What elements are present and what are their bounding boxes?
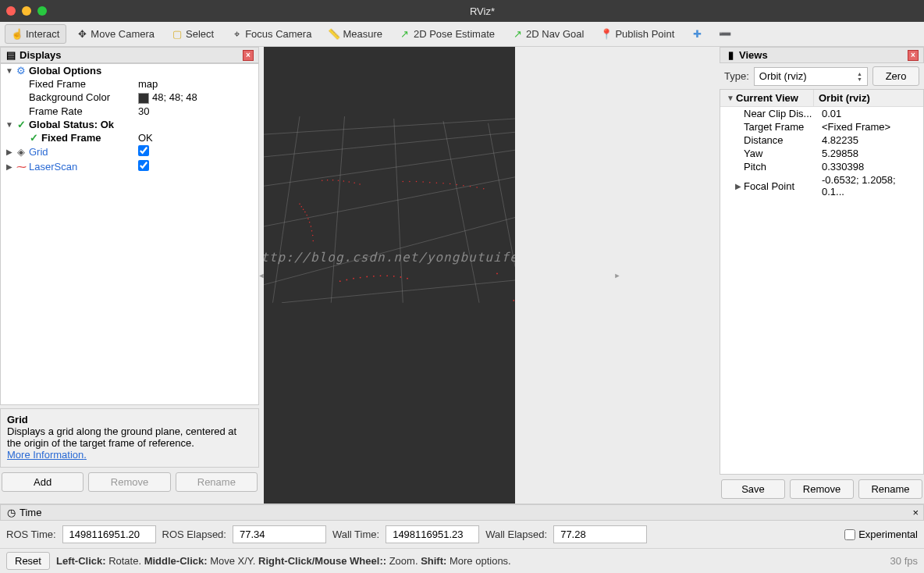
check-icon: ✓ — [15, 119, 27, 130]
experimental-label: Experimental — [858, 529, 918, 540]
laserscan-row[interactable]: ▶ ⁓ LaserScan — [1, 159, 258, 174]
svg-point-23 — [327, 180, 328, 180]
focus-camera-label: Focus Camera — [245, 28, 311, 40]
svg-point-25 — [338, 180, 339, 181]
add-button[interactable]: Add — [2, 472, 84, 492]
frame-rate-value[interactable]: 30 — [130, 105, 255, 117]
move-camera-button[interactable]: ✥Move Camera — [69, 24, 162, 44]
close-panel-icon[interactable]: × — [912, 507, 919, 518]
experimental-checkbox[interactable] — [844, 529, 855, 540]
svg-point-22 — [322, 180, 322, 181]
reset-button[interactable]: Reset — [6, 552, 50, 570]
close-panel-icon[interactable]: × — [908, 50, 919, 61]
fps-indicator: 30 fps — [890, 555, 918, 567]
target-frame-v[interactable]: <Fixed Frame> — [817, 121, 920, 133]
fixed-frame-value[interactable]: map — [130, 78, 255, 90]
svg-line-0 — [264, 119, 515, 134]
description-title: Grid — [7, 414, 252, 425]
global-options-row[interactable]: ▼ ⚙ Global Options — [1, 64, 258, 77]
ros-time-input[interactable]: 1498116951.20 — [62, 525, 156, 543]
remove-button[interactable]: Remove — [790, 479, 854, 499]
svg-point-51 — [393, 276, 395, 277]
distance-v[interactable]: 4.82235 — [817, 134, 920, 146]
select-button[interactable]: ▢Select — [165, 24, 221, 44]
expand-icon[interactable]: ▶ — [733, 182, 744, 190]
focal-k: Focal Point — [744, 180, 794, 192]
displays-tree[interactable]: ▼ ⚙ Global Options Fixed Frame map Backg… — [0, 63, 259, 405]
wall-time-input[interactable]: 1498116951.23 — [386, 525, 479, 543]
ff-status-row[interactable]: ✓ Fixed Frame OK — [1, 131, 258, 144]
save-button[interactable]: Save — [721, 479, 785, 499]
pitch-v[interactable]: 0.330398 — [817, 161, 920, 173]
target-frame-k: Target Frame — [723, 121, 817, 133]
grid-label: Grid — [27, 146, 48, 158]
measure-button[interactable]: 📏Measure — [322, 24, 389, 44]
focal-row[interactable]: ▶Focal Point-0.6532; 1.2058; 0.1... — [720, 173, 923, 198]
expand-icon[interactable]: ▶ — [4, 162, 15, 171]
near-clip-row[interactable]: Near Clip Dis...0.01 — [720, 107, 923, 120]
yaw-v[interactable]: 5.29858 — [817, 148, 920, 159]
svg-point-28 — [354, 182, 354, 183]
rename-button[interactable]: Rename — [858, 479, 922, 499]
more-info-link[interactable]: More Information. — [7, 449, 87, 461]
extra-minus-button[interactable]: ➖ — [713, 25, 737, 44]
focal-v[interactable]: -0.6532; 1.2058; 0.1... — [817, 174, 920, 198]
ff-status-value: OK — [130, 132, 255, 144]
yaw-row[interactable]: Yaw5.29858 — [720, 147, 923, 160]
splitter-right[interactable] — [515, 47, 720, 504]
extra-plus-button[interactable]: ✚ — [684, 25, 709, 44]
spin-icon: ▲▼ — [857, 71, 862, 82]
expand-icon[interactable]: ▶ — [4, 148, 15, 156]
viewport-3d[interactable]: http://blog.csdn.net/yongbutuifei — [264, 47, 515, 504]
pose-estimate-button[interactable]: ↗2D Pose Estimate — [393, 24, 502, 44]
frame-rate-row[interactable]: Frame Rate 30 — [1, 105, 258, 118]
laserscan-checkbox[interactable] — [138, 160, 149, 171]
views-col-val: Orbit (rviz) — [814, 90, 875, 106]
interact-label: Interact — [26, 28, 59, 40]
wall-elapsed-input[interactable]: 77.28 — [553, 525, 647, 543]
views-tree[interactable]: ▼Current View Orbit (rviz) Near Clip Dis… — [720, 89, 924, 475]
expand-icon[interactable]: ▼ — [725, 94, 736, 102]
publish-point-button[interactable]: 📍Publish Point — [594, 24, 681, 44]
svg-point-31 — [409, 181, 410, 182]
type-select[interactable]: Orbit (rviz) ▲▼ — [754, 67, 868, 86]
global-status-label: Global Status: Ok — [27, 119, 114, 130]
interact-button[interactable]: ☝Interact — [5, 24, 66, 44]
maximize-window-icon[interactable] — [37, 6, 47, 16]
nav-goal-button[interactable]: ↗2D Nav Goal — [505, 24, 591, 44]
nav-goal-label: 2D Nav Goal — [526, 28, 584, 40]
minimize-window-icon[interactable] — [22, 6, 31, 16]
global-options-label: Global Options — [27, 65, 101, 77]
grid-icon: ◈ — [15, 146, 27, 158]
expand-icon[interactable]: ▼ — [4, 66, 15, 75]
distance-row[interactable]: Distance4.82235 — [720, 133, 923, 147]
pitch-k: Pitch — [723, 161, 817, 173]
close-panel-icon[interactable]: × — [243, 50, 254, 61]
pitch-row[interactable]: Pitch0.330398 — [720, 160, 923, 173]
camera-icon: ▮ — [725, 50, 736, 61]
bg-color-row[interactable]: Background Color 48; 48; 48 — [1, 91, 258, 105]
target-frame-row[interactable]: Target Frame<Fixed Frame> — [720, 120, 923, 133]
views-col-prop: Current View — [736, 92, 798, 104]
grid-checkbox[interactable] — [138, 145, 149, 156]
focus-camera-button[interactable]: ⌖Focus Camera — [224, 24, 318, 44]
svg-point-44 — [346, 279, 348, 281]
svg-point-15 — [306, 215, 307, 215]
svg-point-37 — [450, 183, 450, 184]
svg-point-32 — [416, 181, 417, 182]
views-header: ▼Current View Orbit (rviz) — [720, 90, 923, 107]
grid-row[interactable]: ▶ ◈ Grid — [1, 144, 258, 159]
select-icon: ▢ — [172, 29, 183, 40]
bg-color-value[interactable]: 48; 48; 48 — [130, 91, 255, 104]
near-clip-v[interactable]: 0.01 — [817, 108, 920, 119]
fixed-frame-row[interactable]: Fixed Frame map — [1, 77, 258, 91]
ros-elapsed-input[interactable]: 77.34 — [233, 525, 326, 543]
expand-icon[interactable]: ▼ — [4, 120, 15, 129]
svg-line-3 — [264, 177, 515, 226]
footer: Reset Left-Click: Rotate. Middle-Click: … — [0, 548, 924, 573]
close-window-icon[interactable] — [6, 6, 16, 16]
description-body: Displays a grid along the ground plane, … — [7, 425, 252, 449]
zero-button[interactable]: Zero — [872, 66, 919, 86]
experimental-block: Experimental — [844, 529, 918, 540]
global-status-row[interactable]: ▼ ✓ Global Status: Ok — [1, 118, 258, 131]
